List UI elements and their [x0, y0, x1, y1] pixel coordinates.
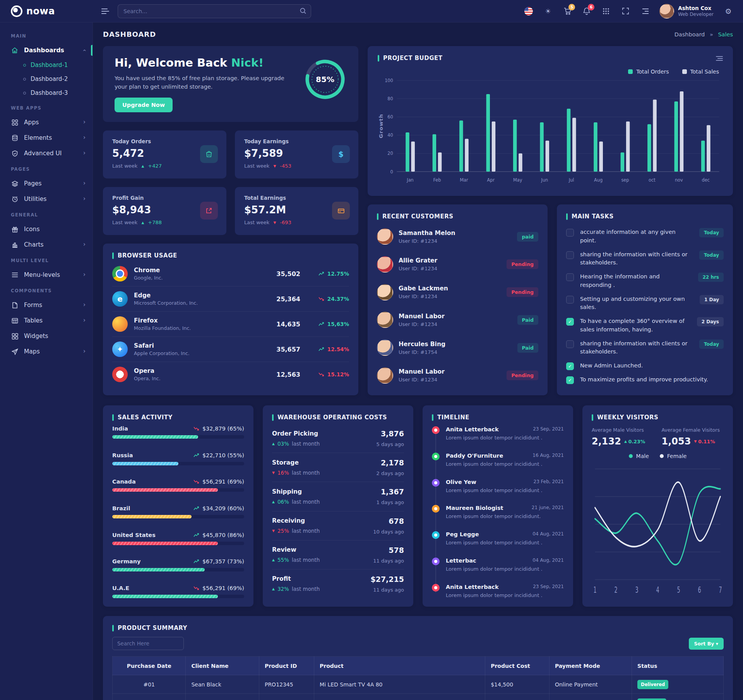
column-header[interactable]: Product ID — [259, 657, 314, 675]
sidebar-item-label: Icons — [24, 226, 86, 233]
customer-user-id: User ID: #1234 — [399, 266, 501, 271]
apps-grid-icon[interactable] — [601, 7, 611, 16]
customer-row[interactable]: Manuel LaborUser ID: #1234 Pending — [377, 364, 538, 387]
stat-delta: -453 — [280, 163, 291, 169]
task-due-badge: Today — [699, 340, 724, 349]
sales-bar — [112, 515, 192, 518]
checkbox[interactable]: ✓ — [566, 273, 574, 281]
search-input[interactable] — [118, 4, 311, 18]
stat-card-profit-gain: Profit Gain $8,943 Last week▲+788 — [103, 187, 226, 235]
sidebar-item-utilities[interactable]: Utilities › — [0, 191, 92, 207]
legend-label: Total Orders — [636, 69, 669, 75]
chevron-right-icon: › — [83, 134, 86, 141]
customer-name: Samantha Melon — [399, 230, 512, 237]
sidebar-item-apps[interactable]: Apps › — [0, 115, 92, 130]
stat-cards: Today Orders 5,472 Last week▲+427 Today … — [103, 130, 358, 235]
task-due-badge: 22 hrs — [698, 273, 724, 282]
cost-name: Shipping — [272, 488, 320, 495]
status-badge[interactable]: Delivered — [637, 680, 668, 689]
customer-row[interactable]: Allie GraterUser ID: #1234 Pending — [377, 253, 538, 276]
customer-name: Hercules Bing — [399, 341, 512, 348]
trend-line-icon — [318, 297, 324, 301]
sidebar-item-dashboard-2[interactable]: Dashboard-2 — [0, 72, 92, 86]
task-item: ✓ sharing the information with clients o… — [566, 248, 724, 270]
search-icon[interactable] — [300, 7, 306, 16]
svg-text:0: 0 — [390, 169, 393, 175]
sidebar-item-dashboards[interactable]: Dashboards › — [0, 43, 92, 58]
stat-card-total-earnings: Total Earnings $57.2M Last week▼-693 — [235, 187, 358, 235]
column-header[interactable]: Product — [314, 657, 485, 675]
cart-icon[interactable]: 5 — [563, 7, 572, 16]
sales-row: Canada$56,291 (69%) — [112, 479, 244, 492]
column-header[interactable]: Client Name — [186, 657, 259, 675]
column-header[interactable]: Status — [632, 657, 724, 675]
sidebar-item-dashboard-3[interactable]: Dashboard-3 — [0, 86, 92, 100]
task-label: New Admin Launched. — [580, 362, 724, 370]
sales-bar — [112, 462, 178, 465]
trend-line-icon — [318, 271, 324, 276]
checkbox[interactable]: ✓ — [566, 376, 574, 384]
sort-by-button[interactable]: Sort By ▾ — [689, 638, 724, 650]
customer-name: Gabe Lackmen — [399, 285, 501, 292]
bullet-icon — [23, 64, 26, 67]
column-header[interactable]: Payment Mode — [549, 657, 632, 675]
sidebar-item-label: Widgets — [24, 333, 86, 340]
table-row[interactable]: #01 Sean Black PRO12345 Mi LED Smart TV … — [113, 675, 724, 694]
sidebar-item-tables[interactable]: Tables › — [0, 313, 92, 328]
cost-ago: 10 days ago — [373, 529, 404, 535]
customer-row[interactable]: Manuel LaborUser ID: #1234 Paid — [377, 309, 538, 331]
sidebar-item-dashboard-1[interactable]: Dashboard-1 — [0, 58, 92, 72]
fullscreen-icon[interactable] — [621, 7, 630, 16]
right-sidebar-toggle-icon[interactable] — [640, 7, 649, 16]
checkbox[interactable]: ✓ — [566, 362, 574, 370]
chevron-right-icon: › — [83, 195, 86, 202]
customer-row[interactable]: Hercules BingUser ID: #1754 Paid — [377, 336, 538, 359]
shield-icon — [11, 150, 19, 157]
trend-line-icon — [318, 347, 324, 352]
sidebar-item-advanced-ui[interactable]: Advanced UI › — [0, 146, 92, 161]
cell-purchase-date: #01 — [113, 675, 186, 694]
task-label: accurate information at any given point. — [580, 228, 693, 245]
sidebar-toggle-icon[interactable] — [101, 9, 109, 14]
language-flag-icon[interactable] — [524, 7, 533, 16]
sidebar-item-elements[interactable]: Elements › — [0, 130, 92, 146]
svg-text:Jun: Jun — [541, 177, 548, 183]
browser-name: Safari — [134, 342, 259, 349]
sidebar-item-charts[interactable]: Charts › — [0, 237, 92, 252]
sidebar-item-forms[interactable]: Forms › — [0, 297, 92, 313]
task-label: To have a complete 360° overview of sale… — [580, 317, 691, 334]
sidebar-item-menu-levels[interactable]: Menu-levels › — [0, 267, 92, 283]
sidebar-item-maps[interactable]: Maps › — [0, 344, 92, 359]
product-search-input[interactable] — [112, 637, 184, 650]
customer-row[interactable]: Samantha MelonUser ID: #1234 paid — [377, 225, 538, 248]
timeline-desc: Lorem ipsum dolor tempor incididunt . — [446, 592, 564, 598]
breadcrumb-root[interactable]: Dashboard — [675, 31, 705, 38]
user-menu[interactable]: Ashton Cox Web Developer — [659, 4, 714, 19]
table-row[interactable]: #02 Evan Rees PRO8765 Thomson R9 122cm (… — [113, 694, 724, 700]
column-header[interactable]: Purchase Date — [113, 657, 186, 675]
sidebar-item-icons[interactable]: Icons — [0, 221, 92, 237]
sidebar-item-label: Elements — [24, 134, 78, 141]
sidebar-item-pages[interactable]: Pages › — [0, 176, 92, 191]
checkbox[interactable]: ✓ — [566, 296, 574, 304]
customer-row[interactable]: Gabe LackmenUser ID: #1234 Pending — [377, 281, 538, 304]
checkbox[interactable]: ✓ — [566, 229, 574, 237]
notifications-bell-icon[interactable]: 6 — [582, 7, 591, 16]
checkbox[interactable]: ✓ — [566, 340, 574, 348]
column-header[interactable]: Product Cost — [485, 657, 550, 675]
theme-toggle-icon[interactable]: ☀ — [543, 7, 553, 16]
logo[interactable]: nowa — [0, 0, 93, 22]
customer-user-id: User ID: #1234 — [399, 238, 512, 244]
checkbox[interactable]: ✓ — [566, 251, 574, 259]
chart-menu-icon[interactable] — [716, 55, 723, 61]
settings-gear-icon[interactable]: ⚙ — [724, 7, 733, 16]
sidebar-item-widgets[interactable]: Widgets — [0, 328, 92, 344]
task-due-badge: Today — [699, 228, 724, 237]
sidebar-section-webapps: WEB APPS — [0, 100, 92, 115]
status-badge[interactable]: Add Cart — [637, 698, 666, 700]
page-title: DASHBOARD — [103, 30, 156, 38]
checkbox[interactable]: ✓ — [566, 318, 574, 326]
trend-arrow-icon: ▼ — [273, 221, 276, 225]
svg-text:6: 6 — [698, 585, 701, 595]
upgrade-now-button[interactable]: Upgrade Now — [115, 98, 173, 112]
